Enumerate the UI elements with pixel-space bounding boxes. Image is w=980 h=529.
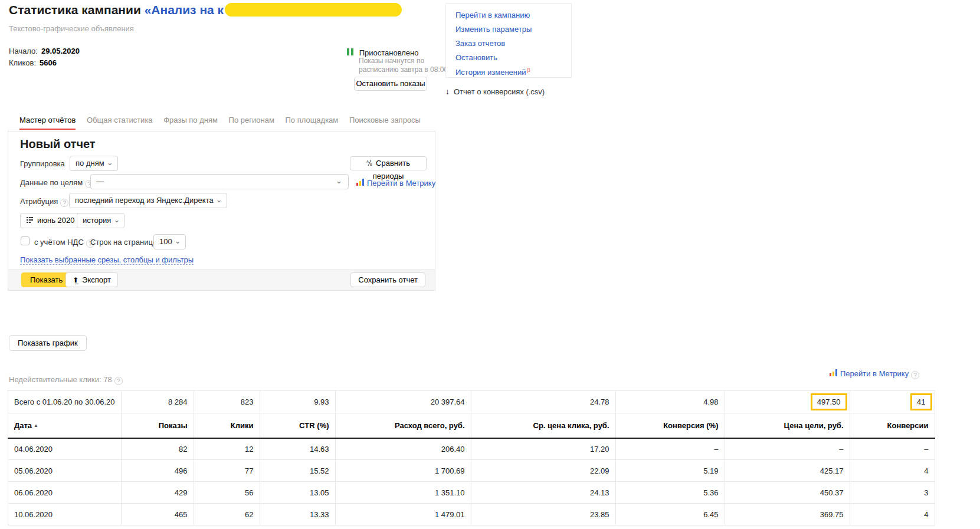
start-date-row: Начало:29.05.2020 [9, 47, 80, 55]
stop-impressions-button[interactable]: Остановить показы [354, 77, 427, 91]
compare-periods-button[interactable]: ABСравнить периоды [350, 156, 427, 170]
history-select[interactable]: история⌄ [77, 213, 124, 228]
highlight-box: 497.50 [811, 393, 847, 410]
status-note: Показы начнутся по расписанию завтра в 0… [359, 57, 448, 74]
cell-impressions: 465 [121, 504, 194, 525]
table-header-row: Дата▲ Показы Клики CTR (%) Расход всего,… [8, 413, 935, 438]
metrika-icon [356, 179, 364, 186]
total-conversions: 41 [850, 391, 935, 413]
download-icon: ↓ [445, 87, 450, 96]
calendar-icon [27, 217, 34, 224]
yandex-direct-campaign-stats-page: Статистика кампании «Анализ на к Текстов… [0, 0, 980, 529]
chevron-down-icon: ⌄ [216, 193, 222, 207]
cell-ctr: 14.63 [260, 438, 335, 460]
vat-label: с учётом НДС? [34, 238, 94, 248]
edit-params-link[interactable]: Изменить параметры [455, 25, 571, 34]
cell-avg-cpc: 22.09 [471, 460, 615, 482]
clicks-value: 5606 [40, 58, 57, 67]
cell-clicks: 77 [194, 460, 260, 482]
conversions-report-link[interactable]: ↓Отчет о конверсиях (.csv) [445, 87, 545, 96]
save-report-button[interactable]: Сохранить отчет [350, 272, 425, 287]
redacted-campaign-name [225, 3, 402, 17]
stats-table: Всего с 01.06.20 по 30.06.20 8 284 823 9… [8, 390, 935, 525]
clicks-row: Кликов:5606 [9, 58, 80, 67]
vat-checkbox[interactable] [21, 236, 30, 245]
show-slices-link[interactable]: Показать выбранные срезы, столбцы и филь… [20, 255, 194, 265]
col-header-avg-cpc[interactable]: Ср. цена клика, руб. [471, 413, 615, 438]
col-header-conversions[interactable]: Конверсии [850, 413, 935, 438]
col-header-date[interactable]: Дата▲ [8, 413, 122, 438]
metrika-icon [830, 369, 837, 376]
tab-search-queries[interactable]: Поисковые запросы [349, 116, 421, 129]
total-label: Всего с 01.06.20 по 30.06.20 [8, 391, 122, 413]
col-header-conversion-rate[interactable]: Конверсия (%) [615, 413, 725, 438]
tab-by-placements[interactable]: По площадкам [285, 116, 338, 129]
change-history-link[interactable]: История измененийβ [455, 67, 571, 77]
help-icon[interactable]: ? [114, 377, 123, 385]
col-header-ctr[interactable]: CTR (%) [260, 413, 335, 438]
cell-date: 06.06.2020 [8, 482, 122, 504]
cell-ctr: 15.52 [260, 460, 335, 482]
campaign-status: Приостановлено [347, 48, 418, 57]
total-conversion-rate: 4.98 [615, 391, 725, 413]
cell-impressions: 429 [121, 482, 194, 504]
cell-cost-per-goal: 369.75 [725, 504, 850, 525]
cell-conversion-rate: 6.45 [615, 504, 725, 525]
table-row: 06.06.2020 429 56 13.05 1 351.10 24.13 5… [8, 482, 935, 504]
goals-select[interactable]: —⌄ [90, 174, 349, 189]
metrika-link-form[interactable]: Перейти в Метрику [356, 178, 435, 188]
cell-impressions: 82 [121, 438, 194, 460]
cell-cost: 1 700.69 [335, 460, 471, 482]
svg-text:B: B [370, 163, 372, 166]
cell-conversions: 4 [850, 504, 935, 525]
cell-ctr: 13.05 [260, 482, 335, 504]
tab-by-regions[interactable]: По регионам [229, 116, 274, 129]
col-header-clicks[interactable]: Клики [194, 413, 260, 438]
cell-cost-per-goal: 450.37 [725, 482, 850, 504]
cell-clicks: 12 [194, 438, 260, 460]
tab-report-wizard[interactable]: Мастер отчётов [19, 116, 76, 130]
attribution-select[interactable]: последний переход из Яндекс.Директа⌄ [69, 193, 227, 208]
cell-avg-cpc: 24.13 [471, 482, 615, 504]
grouping-select[interactable]: по дням⌄ [70, 156, 118, 171]
chevron-down-icon: ⌄ [336, 174, 342, 188]
campaign-meta: Начало:29.05.2020 Кликов:5606 [9, 47, 80, 70]
col-header-impressions[interactable]: Показы [121, 413, 194, 438]
col-header-cost-per-goal[interactable]: Цена цели, руб. [725, 413, 850, 438]
cell-avg-cpc: 17.20 [471, 438, 615, 460]
period-picker-button[interactable]: июнь 2020 [20, 213, 81, 228]
cell-cost-per-goal: 425.17 [725, 460, 850, 482]
cell-date: 04.06.2020 [8, 438, 122, 460]
rows-per-page-label: Строк на странице [90, 238, 157, 247]
cell-conversion-rate: – [615, 438, 725, 460]
rows-per-page-select[interactable]: 100⌄ [153, 234, 186, 249]
cell-impressions: 496 [121, 460, 194, 482]
stop-link[interactable]: Остановить [455, 53, 571, 62]
grouping-label: Группировка [20, 159, 65, 168]
go-to-campaign-link[interactable]: Перейти в кампанию [455, 11, 571, 19]
cell-conversions: – [850, 438, 935, 460]
tab-general-stats[interactable]: Общая статистика [87, 116, 153, 129]
show-report-button[interactable]: Показать [21, 272, 71, 287]
status-label: Приостановлено [359, 48, 419, 57]
cell-conversion-rate: 5.19 [615, 460, 725, 482]
cell-conversions: 3 [850, 482, 935, 504]
page-title: Статистика кампании «Анализ на к [9, 3, 402, 17]
stats-tabs: Мастер отчётов Общая статистика Фразы по… [19, 116, 430, 130]
form-footer: Показать ⬆̲Экспорт Сохранить отчет [8, 269, 435, 290]
total-cost: 20 397.64 [335, 391, 471, 413]
cell-cost-per-goal: – [725, 438, 850, 460]
chevron-down-icon: ⌄ [175, 234, 181, 248]
show-chart-button[interactable]: Показать график [9, 335, 87, 351]
help-icon[interactable]: ? [60, 199, 68, 207]
help-icon[interactable]: ? [911, 371, 919, 379]
col-header-cost[interactable]: Расход всего, руб. [335, 413, 471, 438]
export-button[interactable]: ⬆̲Экспорт [65, 272, 118, 287]
start-date-label: Начало: [9, 47, 38, 55]
total-clicks: 823 [194, 391, 260, 413]
cell-date: 05.06.2020 [8, 460, 122, 482]
metrika-link-bottom[interactable]: Перейти в Метрику? [830, 369, 918, 379]
tab-phrases-by-day[interactable]: Фразы по дням [163, 116, 218, 129]
start-date-value: 29.05.2020 [41, 47, 80, 55]
order-reports-link[interactable]: Заказ отчетов [455, 39, 571, 48]
